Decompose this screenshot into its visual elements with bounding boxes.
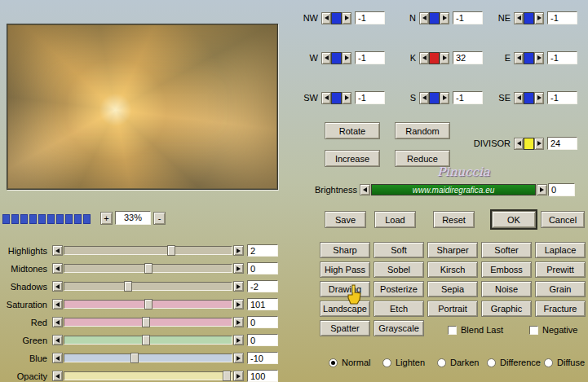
filter-button-fracture[interactable]: Fracture	[535, 301, 586, 317]
highlights-value-field[interactable]: 2	[247, 244, 278, 257]
n-value-field[interactable]: -1	[453, 11, 483, 24]
w-value-field[interactable]: -1	[355, 51, 385, 64]
green-decrease-button[interactable]	[52, 335, 63, 345]
opacity-slider-track[interactable]	[64, 371, 232, 380]
increase-button[interactable]: Increase	[325, 150, 380, 167]
shadows-decrease-button[interactable]	[52, 281, 63, 292]
nw-decrease-button[interactable]	[321, 12, 331, 24]
filter-button-laplace[interactable]: Laplace	[535, 242, 586, 258]
filter-button-emboss[interactable]: Emboss	[481, 261, 532, 278]
zoom-out-button[interactable]: -	[153, 212, 166, 225]
blend-mode-normal[interactable]: Normal	[329, 358, 370, 367]
midtones-value-field[interactable]: 0	[247, 262, 278, 274]
random-button[interactable]: Random	[395, 122, 450, 139]
green-slider-track[interactable]	[64, 336, 232, 345]
zoom-in-button[interactable]: +	[100, 212, 113, 225]
shadows-slider-track[interactable]	[64, 282, 232, 291]
sw-decrease-button[interactable]	[321, 92, 331, 104]
n-increase-button[interactable]	[440, 12, 449, 24]
e-decrease-button[interactable]	[514, 52, 524, 64]
preview-image[interactable]	[8, 25, 276, 188]
saturation-slider-track[interactable]	[64, 300, 232, 309]
filter-button-high-pass[interactable]: High Pass	[320, 261, 370, 278]
saturation-slider-thumb[interactable]	[144, 299, 153, 310]
brightness-value-field[interactable]: 0	[548, 183, 575, 196]
filter-button-drawing[interactable]: Drawing	[320, 281, 370, 297]
s-decrease-button[interactable]	[419, 92, 429, 104]
blend-mode-lighten[interactable]: Lighten	[382, 358, 425, 367]
e-increase-button[interactable]	[534, 52, 544, 64]
opacity-increase-button[interactable]	[233, 371, 244, 381]
red-increase-button[interactable]	[233, 317, 244, 327]
zoom-value[interactable]: 33%	[115, 211, 151, 225]
red-slider-track[interactable]	[64, 318, 232, 327]
shadows-increase-button[interactable]	[233, 281, 244, 292]
negative-checkbox[interactable]: Negative	[529, 325, 577, 335]
filter-button-sharp[interactable]: Sharp	[320, 242, 370, 258]
divisor-value-field[interactable]: 24	[547, 137, 577, 150]
highlights-increase-button[interactable]	[233, 245, 244, 256]
filter-button-noise[interactable]: Noise	[481, 281, 532, 297]
reset-button[interactable]: Reset	[433, 211, 475, 228]
blend-mode-darken[interactable]: Darken	[437, 358, 479, 367]
rotate-button[interactable]: Rotate	[325, 122, 380, 139]
blend-last-checkbox[interactable]: Blend Last	[448, 325, 503, 335]
k-increase-button[interactable]	[440, 52, 449, 64]
filter-button-softer[interactable]: Softer	[481, 242, 532, 258]
midtones-increase-button[interactable]	[233, 263, 244, 274]
filter-button-portrait[interactable]: Portrait	[427, 301, 478, 317]
filter-button-sharper[interactable]: Sharper	[427, 242, 478, 258]
w-increase-button[interactable]	[342, 52, 351, 64]
filter-button-soft[interactable]: Soft	[374, 242, 424, 258]
green-increase-button[interactable]	[233, 335, 244, 345]
filter-button-grayscale[interactable]: Grayscale	[374, 320, 424, 336]
brightness-increase-button[interactable]	[537, 184, 547, 195]
sw-increase-button[interactable]	[342, 92, 351, 104]
green-value-field[interactable]: 0	[247, 334, 278, 346]
brightness-decrease-button[interactable]	[360, 184, 370, 195]
saturation-decrease-button[interactable]	[52, 299, 63, 310]
saturation-value-field[interactable]: 101	[247, 298, 278, 310]
filter-button-prewitt[interactable]: Prewitt	[535, 261, 586, 278]
midtones-slider-thumb[interactable]	[144, 263, 153, 274]
e-value-field[interactable]: -1	[547, 51, 577, 64]
brightness-bar[interactable]: www.maidiregrafica.eu	[371, 184, 536, 195]
s-value-field[interactable]: -1	[453, 91, 483, 104]
blue-decrease-button[interactable]	[52, 353, 63, 363]
w-decrease-button[interactable]	[321, 52, 331, 64]
highlights-slider-thumb[interactable]	[167, 245, 175, 256]
se-increase-button[interactable]	[534, 92, 544, 104]
filter-button-graphic[interactable]: Graphic	[481, 301, 532, 317]
ok-button[interactable]: OK	[492, 211, 536, 228]
sw-value-field[interactable]: -1	[355, 91, 385, 104]
load-button[interactable]: Load	[374, 211, 416, 228]
highlights-slider-track[interactable]	[64, 246, 232, 255]
midtones-decrease-button[interactable]	[52, 263, 63, 274]
filter-button-landscape[interactable]: Landscape	[320, 301, 370, 317]
divisor-increase-button[interactable]	[534, 138, 544, 150]
filter-button-sepia[interactable]: Sepia	[427, 281, 478, 297]
ne-value-field[interactable]: -1	[547, 11, 577, 24]
midtones-slider-track[interactable]	[64, 264, 232, 273]
red-slider-thumb[interactable]	[142, 317, 150, 327]
nw-value-field[interactable]: -1	[355, 11, 385, 24]
s-increase-button[interactable]	[440, 92, 449, 104]
cancel-button[interactable]: Cancel	[541, 211, 585, 228]
blend-mode-difference[interactable]: Difference	[487, 358, 541, 367]
filter-button-etch[interactable]: Etch	[374, 301, 424, 317]
red-value-field[interactable]: 0	[247, 316, 278, 328]
saturation-increase-button[interactable]	[233, 299, 244, 310]
filter-button-posterize[interactable]: Posterize	[374, 281, 424, 297]
filter-button-sobel[interactable]: Sobel	[374, 261, 424, 278]
blue-increase-button[interactable]	[233, 353, 244, 363]
blue-slider-track[interactable]	[64, 353, 232, 362]
shadows-value-field[interactable]: -2	[247, 280, 278, 292]
filter-button-kirsch[interactable]: Kirsch	[427, 261, 478, 278]
n-decrease-button[interactable]	[419, 12, 429, 24]
k-value-field[interactable]: 32	[453, 51, 483, 64]
blue-slider-thumb[interactable]	[130, 353, 139, 363]
opacity-slider-thumb[interactable]	[223, 371, 231, 381]
k-decrease-button[interactable]	[419, 52, 429, 64]
se-decrease-button[interactable]	[514, 92, 524, 104]
highlights-decrease-button[interactable]	[52, 245, 63, 256]
